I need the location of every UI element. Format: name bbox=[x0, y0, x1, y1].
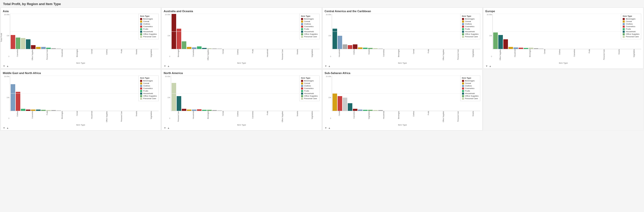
sort-asc-central[interactable]: ▲ bbox=[328, 65, 331, 67]
bar-vegetables[interactable] bbox=[56, 48, 61, 49]
bar-cosmetics[interactable] bbox=[348, 45, 352, 49]
bar-clothes[interactable] bbox=[41, 47, 46, 49]
sort-desc-subsaharan[interactable]: ▼ bbox=[325, 127, 327, 129]
bar-office-supplies[interactable] bbox=[16, 38, 20, 49]
bar-personal-care[interactable] bbox=[46, 110, 51, 111]
bar-cosmetics[interactable] bbox=[16, 92, 20, 111]
bar-office-supplies[interactable] bbox=[207, 110, 212, 111]
bar-fruits[interactable] bbox=[363, 110, 368, 111]
bar-vegetables[interactable] bbox=[343, 98, 347, 111]
sort-desc-central[interactable]: ▼ bbox=[325, 65, 327, 67]
bar-cereal[interactable] bbox=[36, 47, 41, 49]
bar-beverages[interactable] bbox=[26, 110, 30, 111]
bar-clothes[interactable] bbox=[358, 110, 362, 111]
legend-label-office-supplies: Office Supplies bbox=[304, 33, 318, 35]
bar-clothes[interactable] bbox=[338, 36, 342, 49]
bar-personal-care[interactable] bbox=[21, 38, 25, 49]
bar-cereal[interactable] bbox=[187, 47, 191, 49]
legend-asia: Item Type Beverages Cereal Clothes Cosme… bbox=[138, 14, 159, 39]
sort-desc-asia[interactable]: ▼ bbox=[3, 65, 5, 67]
bar-beverages[interactable] bbox=[182, 109, 186, 111]
bar-vegetables[interactable] bbox=[217, 110, 222, 111]
bar-personal-care[interactable] bbox=[172, 83, 176, 111]
bar-cosmetics[interactable] bbox=[197, 109, 202, 111]
bar-cosmetics[interactable] bbox=[519, 48, 523, 49]
bar-office-supplies[interactable] bbox=[493, 32, 498, 49]
sort-asc-aus[interactable]: ▲ bbox=[167, 65, 170, 67]
bar-snacks[interactable] bbox=[212, 48, 217, 49]
sort-asc-asia[interactable]: ▲ bbox=[6, 65, 9, 67]
bar-household[interactable] bbox=[26, 39, 30, 49]
bar-snacks[interactable] bbox=[534, 48, 538, 49]
x-label-subsaharan: Item Type bbox=[325, 124, 481, 126]
bar-vegetables[interactable] bbox=[539, 48, 543, 49]
bar-vegetables[interactable] bbox=[378, 48, 383, 49]
bar-fruits[interactable] bbox=[197, 46, 202, 49]
bar-fruits[interactable] bbox=[363, 48, 368, 49]
bar-office-supplies[interactable] bbox=[368, 110, 373, 111]
bar-fruits[interactable] bbox=[524, 48, 528, 49]
bar-beverages[interactable] bbox=[31, 45, 36, 49]
bar-household[interactable] bbox=[333, 29, 337, 49]
bar-cereal[interactable] bbox=[358, 47, 362, 49]
bar-cereal[interactable] bbox=[333, 94, 337, 111]
sort-asc-mideast[interactable]: ▲ bbox=[6, 127, 9, 129]
sort-asc-subsaharan[interactable]: ▲ bbox=[328, 127, 331, 129]
bar-clothes[interactable] bbox=[514, 47, 518, 49]
legend-label-cereal: Cereal bbox=[143, 20, 149, 23]
x-label-cereal: Cereal bbox=[89, 49, 94, 61]
bar-cereal[interactable] bbox=[31, 110, 36, 111]
bar-snacks[interactable] bbox=[51, 48, 56, 49]
bar-snacks[interactable] bbox=[51, 110, 56, 111]
x-label-clothes: Clothes bbox=[104, 49, 109, 61]
bar-clothes[interactable] bbox=[11, 84, 15, 111]
legend-label-office-supplies: Office Supplies bbox=[465, 95, 479, 97]
bar-household[interactable] bbox=[202, 48, 207, 49]
bar-household[interactable] bbox=[498, 35, 503, 49]
bar-beverages[interactable] bbox=[503, 39, 508, 49]
sort-desc-europe[interactable]: ▼ bbox=[485, 65, 488, 67]
sort-desc-aus[interactable]: ▼ bbox=[164, 65, 166, 67]
x-label-household: Household bbox=[381, 111, 386, 123]
legend-color-household bbox=[462, 93, 464, 95]
bar-vegetables[interactable] bbox=[56, 110, 61, 111]
bar-personal-care[interactable] bbox=[373, 48, 378, 49]
bar-household[interactable] bbox=[177, 96, 181, 111]
bar-personal-care[interactable] bbox=[207, 48, 212, 49]
bar-snacks[interactable] bbox=[212, 110, 217, 111]
bar-fruits[interactable] bbox=[202, 110, 207, 111]
bar-cosmetics[interactable] bbox=[11, 35, 15, 49]
x-label-fruits: Fruits bbox=[265, 111, 270, 123]
bar-snacks[interactable] bbox=[343, 44, 347, 49]
bar-personal-care[interactable] bbox=[529, 48, 533, 49]
sort-asc-europe[interactable]: ▲ bbox=[489, 65, 491, 67]
bar-snacks[interactable] bbox=[378, 110, 383, 111]
legend-color-cereal bbox=[462, 82, 464, 84]
bar-cosmetics[interactable] bbox=[177, 29, 181, 49]
bar-cereal[interactable] bbox=[508, 47, 513, 49]
region-title-northam: North America bbox=[164, 72, 320, 75]
bar-household[interactable] bbox=[348, 103, 352, 111]
bar-office-supplies[interactable] bbox=[368, 48, 373, 49]
bar-beverages[interactable] bbox=[353, 44, 357, 49]
legend-label-fruits: Fruits bbox=[626, 28, 631, 30]
sort-desc-mideast[interactable]: ▼ bbox=[3, 127, 5, 129]
bar-personal-care[interactable] bbox=[373, 110, 378, 111]
x-label-household: Household bbox=[60, 49, 64, 61]
bar-office-supplies[interactable] bbox=[182, 41, 186, 49]
bar-household[interactable] bbox=[36, 110, 41, 111]
bar-clothes[interactable] bbox=[192, 110, 196, 111]
bar-fruits[interactable] bbox=[21, 109, 25, 111]
bar-fruits[interactable] bbox=[46, 48, 51, 49]
legend-item-fruits: Fruits bbox=[140, 90, 157, 92]
bar-cosmetics[interactable] bbox=[338, 96, 342, 111]
bar-cereal[interactable] bbox=[187, 110, 191, 111]
bar-office-supplies[interactable] bbox=[41, 110, 46, 111]
sort-desc-northam[interactable]: ▼ bbox=[164, 127, 166, 129]
x-label-snacks: Snacks bbox=[134, 111, 139, 123]
bar-clothes[interactable] bbox=[192, 47, 196, 49]
legend-label-personal-care: Personal Care bbox=[465, 97, 478, 100]
bar-beverages[interactable] bbox=[353, 109, 357, 111]
bar-vegetables[interactable] bbox=[217, 48, 222, 49]
sort-asc-northam[interactable]: ▲ bbox=[167, 127, 170, 129]
